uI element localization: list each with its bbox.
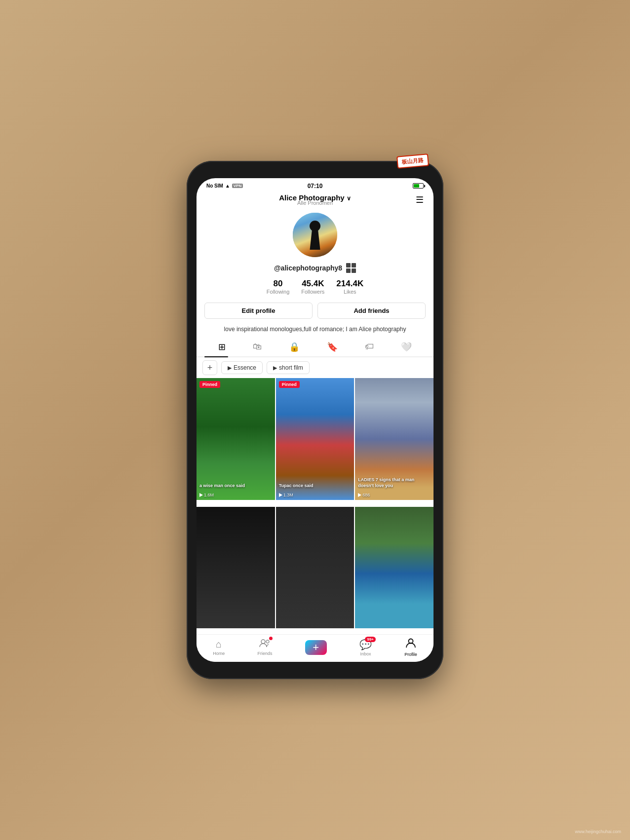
video-bg-1 xyxy=(197,378,275,500)
nav-home[interactable]: ⌂ Home xyxy=(213,639,225,656)
essence-chip[interactable]: ▶ Essence xyxy=(221,361,263,374)
friends-notification-dot xyxy=(269,637,273,640)
likes-count: 214.4K xyxy=(336,279,363,289)
profile-label: Profile xyxy=(404,652,417,657)
tab-tag[interactable]: 🏷 xyxy=(361,340,378,356)
bio-text: love inspirational monologues,full of ro… xyxy=(197,323,433,336)
video-thumb-3[interactable]: LADIES 7 signs that a man doesn't love y… xyxy=(355,378,433,500)
inbox-label: Inbox xyxy=(360,651,371,656)
video-caption-2: Tupac once said xyxy=(279,483,352,489)
add-content-button[interactable]: + xyxy=(305,640,327,655)
avatar[interactable] xyxy=(293,213,337,257)
video-thumb-6[interactable] xyxy=(355,507,433,629)
filter-row: + ▶ Essence ▶ short film xyxy=(197,357,433,378)
likes-stat[interactable]: 214.4K Likes xyxy=(336,279,363,295)
qr-cell-2 xyxy=(352,263,356,267)
qr-cell-4 xyxy=(352,268,356,273)
video-grid: Pinned a wise man once said 1.6M Pinned … xyxy=(197,378,433,634)
video-stats-2: 1.3M xyxy=(279,493,293,497)
status-bar: No SIM ▲ VPN 07:10 xyxy=(197,178,433,191)
phone-screen: No SIM ▲ VPN 07:10 Alice Photography ∨ xyxy=(197,178,433,662)
tab-shop[interactable]: 🛍 xyxy=(249,340,266,356)
battery-fill xyxy=(414,184,419,188)
pinned-badge-2: Pinned xyxy=(279,381,300,388)
add-friends-button[interactable]: Add friends xyxy=(317,303,426,319)
watermark: www.heijingchuhai.com xyxy=(575,829,621,834)
inbox-badge: 99+ xyxy=(365,637,376,642)
phone-device: 板山月路 No SIM ▲ VPN 07:10 xyxy=(187,161,443,679)
nav-inbox[interactable]: 💬 99+ Inbox xyxy=(359,639,372,656)
short-film-label: short film xyxy=(279,364,303,371)
wifi-icon: ▲ xyxy=(225,183,230,189)
stats-row: 80 Following 45.4K Followers 214.4K Like… xyxy=(197,279,433,295)
video-stats-3: 686 xyxy=(358,493,370,497)
pronoun-text: Alle Pronomen xyxy=(297,200,333,206)
qr-cell-1 xyxy=(346,263,351,267)
handle-section: @alicephotography8 xyxy=(197,263,433,273)
tab-bookmark[interactable]: 🔖 xyxy=(323,340,342,356)
video-stats-1: 1.6M xyxy=(199,493,214,497)
essence-label: Essence xyxy=(234,364,256,371)
video-bg-2 xyxy=(276,378,354,500)
qr-code-icon[interactable] xyxy=(346,263,356,273)
play-icon-2 xyxy=(279,493,282,497)
battery-icon xyxy=(413,183,424,189)
likes-label: Likes xyxy=(344,289,356,295)
username-chevron[interactable]: ∨ xyxy=(347,195,351,202)
handle-text: @alicephotography8 xyxy=(274,264,342,272)
profile-header: Alice Photography ∨ Alle Pronomen ☰ xyxy=(197,191,433,209)
menu-icon[interactable]: ☰ xyxy=(416,194,424,205)
action-buttons: Edit profile Add friends xyxy=(204,303,426,319)
svg-point-0 xyxy=(261,640,265,644)
bottom-nav: ⌂ Home Friends xyxy=(197,634,433,662)
video-thumb-2[interactable]: Pinned Tupac once said 1.3M xyxy=(276,378,354,500)
tab-lock[interactable]: 🔒 xyxy=(285,340,304,356)
inbox-icon: 💬 99+ xyxy=(359,639,372,650)
desktop-background: 板山月路 No SIM ▲ VPN 07:10 xyxy=(0,0,630,840)
followers-count: 45.4K xyxy=(302,279,324,289)
video-caption-1: a wise man once said xyxy=(199,483,272,489)
nav-profile[interactable]: Profile xyxy=(404,638,417,657)
status-right xyxy=(413,183,424,189)
home-icon: ⌂ xyxy=(216,639,222,650)
tab-grid[interactable]: ⊞ xyxy=(214,340,230,356)
video-thumb-1[interactable]: Pinned a wise man once said 1.6M xyxy=(197,378,275,500)
qr-cell-3 xyxy=(346,268,351,273)
svg-point-1 xyxy=(266,640,269,643)
no-sim-label: No SIM xyxy=(206,183,223,189)
video-bg-6 xyxy=(355,507,433,629)
header-center: Alice Photography ∨ Alle Pronomen xyxy=(279,193,351,206)
view-count-2: 1.3M xyxy=(283,493,293,497)
video-thumb-4[interactable] xyxy=(197,507,275,629)
play-icon-1 xyxy=(199,493,203,497)
edit-profile-button[interactable]: Edit profile xyxy=(204,303,313,319)
content-tabs: ⊞ 🛍 🔒 🔖 🏷 🤍 xyxy=(197,336,433,357)
avatar-image xyxy=(293,213,337,257)
nav-add[interactable]: + xyxy=(305,640,327,655)
tab-active-indicator xyxy=(204,356,228,357)
profile-icon xyxy=(405,638,416,651)
tab-heart[interactable]: 🤍 xyxy=(397,340,416,356)
following-label: Following xyxy=(267,289,289,295)
video-bg-4 xyxy=(197,507,275,629)
followers-stat[interactable]: 45.4K Followers xyxy=(301,279,324,295)
home-label: Home xyxy=(213,651,225,656)
avatar-section xyxy=(197,213,433,257)
friends-icon xyxy=(259,639,271,650)
view-count-3: 686 xyxy=(362,493,370,497)
short-film-chip-icon: ▶ xyxy=(273,365,277,371)
phone-sticker: 板山月路 xyxy=(396,153,429,168)
video-bg-5 xyxy=(276,507,354,629)
short-film-chip[interactable]: ▶ short film xyxy=(267,361,310,374)
vpn-badge: VPN xyxy=(232,184,243,188)
video-caption-3: LADIES 7 signs that a man doesn't love y… xyxy=(358,477,431,489)
status-time: 07:10 xyxy=(308,183,323,190)
nav-friends[interactable]: Friends xyxy=(257,639,272,656)
friends-label: Friends xyxy=(257,651,272,656)
status-left: No SIM ▲ VPN xyxy=(206,183,243,189)
video-thumb-5[interactable] xyxy=(276,507,354,629)
play-icon-3 xyxy=(358,493,361,497)
following-stat[interactable]: 80 Following xyxy=(267,279,289,295)
add-filter-button[interactable]: + xyxy=(202,360,217,375)
pinned-badge-1: Pinned xyxy=(199,381,220,388)
